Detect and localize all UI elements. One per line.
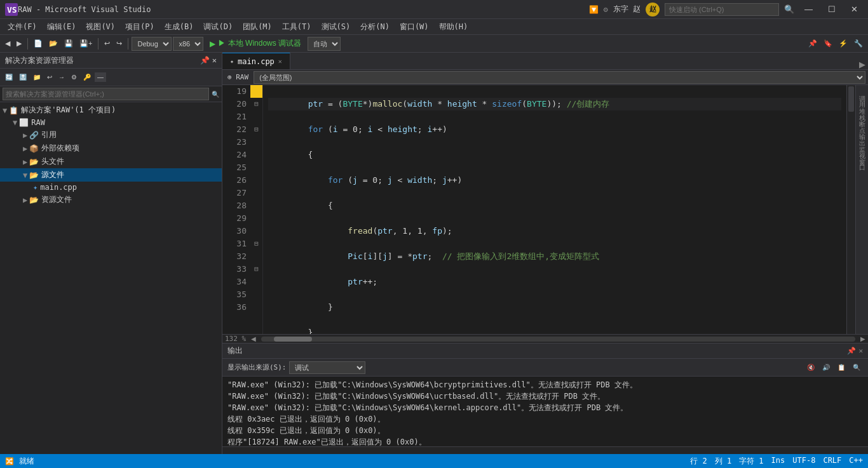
quick-launch-input[interactable] [665,3,779,16]
code-content[interactable]: ptr = (BYTE*)malloc(width * height * siz… [263,85,846,334]
status-ins[interactable]: Ins [771,456,785,467]
menu-item-debug[interactable]: 调试(D) [198,20,238,34]
h-scrollbar[interactable]: 132 % ◀ ▶ [222,334,868,343]
se-btn-4[interactable]: ↩ [44,72,55,82]
scroll-right-btn[interactable]: ▶ [860,335,865,342]
tree-item-headers[interactable]: ▶ 📂 头文件 [0,155,222,168]
toolbar-extra-btn[interactable]: 📌 [806,38,820,49]
open-file-button[interactable]: 📂 [46,38,60,49]
tree-item-maincpp[interactable]: ✦ main.cpp [0,182,222,193]
vtab-6[interactable]: 点 [858,119,867,124]
menu-item-help[interactable]: 帮助(H) [434,20,473,34]
vtab-3[interactable]: 堆 [858,100,867,105]
header-icon: 📂 [29,157,39,166]
config-dropdown[interactable]: Debug [132,37,172,51]
se-btn-2[interactable]: 🔝 [17,72,29,82]
se-close-icon[interactable]: ✕ [212,56,217,65]
tree-item-external[interactable]: ▶ 📦 外部依赖项 [0,142,222,155]
se-tree: ▼ 📋 解决方案'RAW'(1 个项目) ▼ ⬜ RAW ▶ 🔗 引用 ▶ 📦 … [0,102,222,454]
menu-item-window[interactable]: 窗口(W) [395,20,434,34]
vtab-4[interactable]: 栈 [858,107,867,112]
status-col[interactable]: 列 1 [715,456,731,467]
save-all-button[interactable]: 💾+ [77,38,95,49]
h-scroll-track[interactable] [261,337,855,342]
menu-item-test[interactable]: 测试(S) [316,20,356,34]
maincpp-label: main.cpp [40,183,77,192]
output-hscroll[interactable] [222,446,868,454]
menu-item-tools[interactable]: 工具(T) [277,20,316,34]
vtab-12[interactable]: 口 [858,157,867,163]
expand-icon6: ▼ [23,171,27,180]
se-btn-3[interactable]: 📁 [31,72,43,82]
output-btn-1[interactable]: 🔇 [804,363,817,372]
undo-button[interactable]: ↩ [102,38,112,49]
menu-item-edit[interactable]: 编辑(E) [42,20,81,34]
save-button[interactable]: 💾 [62,38,76,49]
menu-item-file[interactable]: 文件(F) [3,20,42,34]
tab-scroll-right[interactable]: ▶ [857,60,868,69]
menu-item-analyze[interactable]: 分析(N) [355,20,395,34]
h-scroll-thumb[interactable] [274,337,312,342]
forward-button[interactable]: ▶ [14,38,24,49]
tree-item-sources[interactable]: ▼ 📂 源文件 [0,168,222,182]
close-button[interactable]: ✕ [846,0,863,19]
scroll-left-btn[interactable]: ◀ [251,335,256,342]
platform-dropdown[interactable]: x86 [173,37,203,51]
vtab-8[interactable]: 出 [858,132,867,137]
minimize-button[interactable]: — [799,0,818,19]
menu-item-build[interactable]: 生成(B) [159,20,199,34]
output-btn-2[interactable]: 🔊 [820,363,832,372]
back-button[interactable]: ◀ [3,38,13,49]
vtab-2[interactable]: 用 [858,94,867,99]
restore-button[interactable]: ☐ [823,0,841,19]
user-label: 东字 赵 [613,4,641,15]
tab-close-icon[interactable]: ✕ [278,58,282,65]
vtab-10[interactable]: 视 [858,145,867,150]
nav-scope-dropdown[interactable]: (全局范围) [254,71,865,84]
output-source-dropdown[interactable]: 调试 [289,361,365,374]
tab-label: main.cpp [238,57,275,66]
output-close-icon[interactable]: ✕ [858,347,863,355]
tree-item-raw[interactable]: ▼ ⬜ RAW [0,117,222,128]
solution-label: 解决方案'RAW'(1 个项目) [21,105,116,116]
output-btn-3[interactable]: 📋 [835,363,848,372]
output-pin-icon[interactable]: 📌 [847,347,856,355]
menu-item-project[interactable]: 项目(P) [120,20,159,34]
vtab-9[interactable]: 监 [858,138,867,144]
se-btn-5[interactable]: → [56,72,67,82]
vtab-7[interactable]: 输 [858,126,867,131]
nav-project-label: ⊕ RAW [225,73,251,81]
new-file-button[interactable]: 📄 [31,38,45,49]
toolbar-extra-btn4[interactable]: 🔧 [851,38,865,49]
run-button[interactable]: ▶ ▶ 本地 Windows 调试器 [205,37,306,50]
config-dropdown2[interactable]: 自动 [308,37,341,51]
redo-button[interactable]: ↪ [114,38,125,49]
se-search-input[interactable] [3,88,209,100]
user-avatar[interactable]: 赵 [646,3,660,17]
vtab-11[interactable]: 窗 [858,151,867,156]
se-toolbar: 🔄 🔝 📁 ↩ → ⚙ 🔑 — [0,69,222,86]
se-btn-7[interactable]: 🔑 [81,72,93,82]
output-line-6: 程序"[18724] RAW.exe"已退出，返回值为 0 (0x0)。 [227,436,863,446]
right-scrollbar[interactable] [846,85,855,334]
filter-icon: 🔽 [589,5,599,14]
se-btn-collapse[interactable]: — [95,72,106,82]
editor-tab-maincpp[interactable]: ✦ main.cpp ✕ [222,53,290,69]
se-pin-icon[interactable]: 📌 [200,56,210,65]
menu-item-view[interactable]: 视图(V) [81,20,120,34]
tree-item-resources[interactable]: ▶ 📂 资源文件 [0,193,222,206]
vtab-1[interactable]: 调 [858,88,867,93]
se-btn-1[interactable]: 🔄 [3,72,15,82]
vtab-5[interactable]: 断 [858,113,867,118]
status-row[interactable]: 行 2 [690,456,707,467]
output-content[interactable]: "RAW.exe" (Win32): 已加载"C:\Windows\SysWOW… [222,377,868,446]
toolbar-extra-btn2[interactable]: 🔖 [821,38,835,49]
output-btn-4[interactable]: 🔍 [850,363,863,372]
se-btn-6[interactable]: ⚙ [69,72,79,82]
tree-item-solution[interactable]: ▼ 📋 解决方案'RAW'(1 个项目) [0,104,222,117]
tree-item-references[interactable]: ▶ 🔗 引用 [0,128,222,142]
se-header: 解决方案资源管理器 📌 ✕ [0,53,222,69]
menu-item-team[interactable]: 团队(M) [238,20,277,34]
git-icon: 🔀 [5,457,14,465]
toolbar-extra-btn3[interactable]: ⚡ [836,38,850,49]
